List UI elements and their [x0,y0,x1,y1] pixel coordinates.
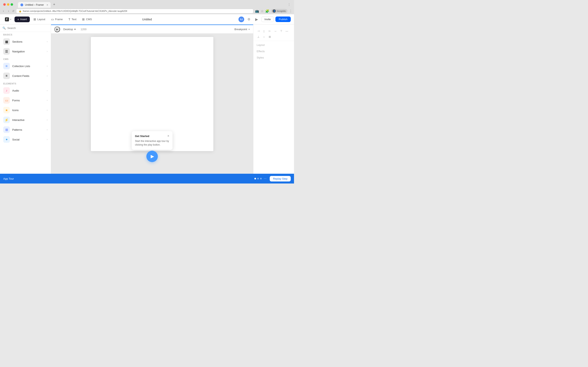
patterns-icon: ⊞ [3,126,10,133]
sidebar-item-content-fields[interactable]: ≡ Content Fields › [0,71,51,81]
forms-chevron-icon: › [47,99,48,102]
sidebar-item-forms[interactable]: ▭ Forms › [0,95,51,105]
icons-icon: ★ [3,107,10,113]
lock-icon: 🔒 [19,10,22,12]
frame-icon: ▭ [51,17,54,21]
sidebar-item-navigation[interactable]: ☰ Navigation › [0,47,51,56]
align-grid-button[interactable]: ⊞ [267,34,272,39]
browser-toolbar: ‹ › ↺ 🔒 framer.com/projects/Untitled--4l… [0,8,294,14]
avatar-button[interactable]: SJ [238,17,244,22]
sidebar-item-audio[interactable]: ♪ Audio › [0,86,51,95]
address-bar[interactable]: 🔒 framer.com/projects/Untitled--4lbuYl9x… [16,9,254,13]
app-tour-bar: App Tour ··· Replay Step [0,174,294,184]
plus-icon: + [17,18,19,21]
patterns-chevron-icon: › [47,128,48,131]
sections-icon: ▦ [3,38,10,45]
layout-panel-label[interactable]: Layout [253,41,294,47]
sidebar-item-patterns[interactable]: ⊞ Patterns › [0,125,51,134]
browser-options-button[interactable]: ⋮ [289,9,292,13]
big-play-button[interactable]: ▶ [146,151,158,162]
forms-icon: ▭ [3,97,10,104]
desktop-chevron-icon: ▾ [74,28,76,31]
breakpoint-button[interactable]: Breakpoint + [234,28,250,31]
invite-button[interactable]: Invite [261,17,274,22]
tooltip-title: Get Started [135,134,149,138]
styles-panel-label[interactable]: Styles [253,54,294,60]
sidebar-item-sections[interactable]: ▦ Sections › [0,37,51,47]
align-top-button[interactable]: ⊤ [279,29,284,33]
frame-button[interactable]: ▭ Frame [49,17,65,22]
text-icon: T [68,17,70,21]
right-sidebar: ⊣ | ⊢ ↔ ⊤ — ⊥ ↕ ⊞ Layout Effects Styles [253,25,294,174]
patterns-label: Patterns [12,128,44,131]
sidebar-item-social[interactable]: ✦ Social › [0,134,51,144]
layout-button[interactable]: ⊞ Layout [31,17,47,22]
reload-button[interactable]: ↺ [12,9,15,13]
preview-button[interactable]: ▶ [254,16,260,22]
breakpoint-label: Breakpoint [234,28,247,31]
alignment-row: ⊣ | ⊢ ↔ ⊤ — ⊥ ↕ ⊞ [253,27,294,41]
desktop-label: Desktop [63,28,73,31]
new-tab-button[interactable]: + [52,2,57,8]
navigation-icon: ☰ [3,48,10,55]
tooltip-close-button[interactable]: × [167,134,169,138]
cms-icon: ⊞ [82,17,85,21]
align-bottom-button[interactable]: ⊥ [256,34,261,39]
incognito-icon: 👤 [273,9,276,13]
canvas-play-button[interactable]: ▶ [54,26,60,32]
sidebar-item-collection-lists[interactable]: ≡ Collection Lists › [0,61,51,71]
interactive-label: Interactive [12,118,44,122]
text-button[interactable]: T Text [66,17,78,22]
publish-button[interactable]: Publish [276,17,291,22]
interactive-chevron-icon: › [47,118,48,121]
left-sidebar: 🔍 Basics ▦ Sections › ☰ Navigation › CMS… [0,25,51,174]
maximize-traffic-light[interactable] [11,3,13,6]
browser-tab[interactable]: Untitled – Framer × [18,2,51,8]
extensions-button[interactable]: 🧩 [265,9,269,13]
toolbar-right: SJ ⚙ ▶ Invite Publish [238,16,291,22]
align-right-button[interactable]: ⊢ [267,29,272,33]
settings-button[interactable]: ⚙ [246,17,252,22]
tour-dots: ··· [254,177,267,180]
search-input[interactable] [7,26,48,30]
content-fields-chevron-icon: › [47,75,48,77]
sidebar-item-interactive[interactable]: ⚡ Interactive › [0,115,51,125]
tour-dot-3 [260,178,262,179]
basics-header: Basics [0,32,51,37]
align-spread-v-button[interactable]: ↕ [261,34,267,39]
cms-button[interactable]: ⊞ CMS [80,17,94,22]
icons-label: Icons [12,109,44,112]
tour-more-icon: ··· [264,177,267,180]
canvas-area: ▶ Desktop ▾ 1200 Breakpoint + Get [51,25,253,174]
replay-step-button[interactable]: Replay Step [270,176,291,182]
sidebar-item-icons[interactable]: ★ Icons › [0,105,51,115]
align-left-button[interactable]: ⊣ [256,29,261,33]
close-traffic-light[interactable] [3,3,6,6]
elements-header: Elements [0,81,51,86]
logo-button[interactable]: F ▾ [3,17,13,22]
cms-header: CMS [0,56,51,61]
cast-button[interactable]: 📺 [255,9,259,13]
align-center-v-button[interactable]: — [285,29,289,33]
browser-menu-button[interactable]: ⋮ [287,3,291,7]
collection-lists-label: Collection Lists [12,65,44,68]
align-spread-h-button[interactable]: ↔ [273,29,278,33]
incognito-badge: 👤 Incognito [271,9,287,13]
cms-label: CMS [86,18,92,21]
tour-dot-1 [254,178,256,179]
minimize-traffic-light[interactable] [7,3,9,6]
audio-label: Audio [12,89,44,92]
align-center-h-button[interactable]: | [261,29,267,33]
tab-close-button[interactable]: × [47,3,48,7]
insert-button[interactable]: + Insert [15,17,30,22]
effects-panel-label[interactable]: Effects [253,47,294,54]
audio-chevron-icon: › [47,89,48,92]
browser-chrome: Untitled – Framer × + ⋮ ‹ › ↺ 🔒 framer.c… [0,0,294,14]
forward-button[interactable]: › [7,9,10,13]
tooltip-body: Start the interactive app tour by clicki… [135,139,169,147]
bookmark-button[interactable]: ☆ [261,9,264,13]
desktop-selector[interactable]: Desktop ▾ [63,28,76,31]
back-button[interactable]: ‹ [2,9,5,13]
social-icon: ✦ [3,136,10,143]
tour-dot-2 [257,178,259,179]
